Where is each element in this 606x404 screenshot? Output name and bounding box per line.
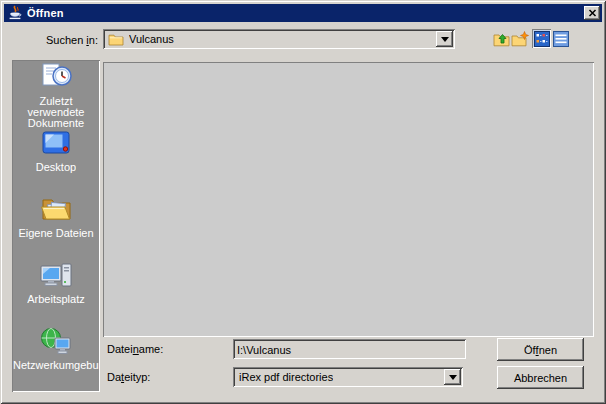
up-one-level-icon — [492, 31, 510, 47]
details-view-icon — [553, 31, 569, 47]
open-dialog-window: Öffnen Suchen in: Vulcanus — [0, 0, 606, 404]
recent-documents-icon — [39, 62, 73, 94]
file-list-area[interactable] — [103, 62, 594, 337]
place-label: Zuletzt verwendete Dokumente — [13, 96, 99, 128]
titlebar: Öffnen — [4, 4, 602, 22]
file-type-value: iRex pdf directories — [239, 371, 333, 383]
chooser-toolbar — [491, 29, 570, 48]
details-view-button[interactable] — [551, 29, 570, 48]
places-bar: Zuletzt verwendete Dokumente Desktop — [12, 60, 100, 392]
my-computer-icon — [39, 260, 73, 292]
window-title: Öffnen — [27, 7, 64, 19]
desktop-icon — [39, 128, 73, 160]
place-my-documents[interactable]: Eigene Dateien — [12, 194, 100, 260]
new-folder-button[interactable] — [510, 29, 529, 48]
file-name-input[interactable] — [233, 339, 466, 359]
place-label: Desktop — [36, 162, 76, 173]
file-type-label: Dateityp: — [107, 371, 150, 383]
list-view-button[interactable] — [532, 29, 551, 48]
place-label: Netzwerkumgebung — [13, 360, 99, 371]
place-network[interactable]: Netzwerkumgebung — [12, 326, 100, 392]
up-one-level-button[interactable] — [491, 29, 510, 48]
place-label: Eigene Dateien — [18, 228, 93, 239]
list-view-icon — [534, 31, 550, 47]
look-in-value: Vulcanus — [129, 33, 174, 45]
dropdown-arrow-icon — [441, 37, 449, 46]
look-in-label: Suchen in: — [30, 34, 98, 46]
my-documents-icon — [39, 194, 73, 226]
new-folder-icon — [511, 31, 529, 47]
place-my-computer[interactable]: Arbeitsplatz — [12, 260, 100, 326]
file-name-label: Dateiname: — [107, 343, 163, 355]
folder-closed-icon — [108, 32, 124, 46]
close-button[interactable] — [584, 6, 600, 20]
place-recent-documents[interactable]: Zuletzt verwendete Dokumente — [12, 62, 100, 128]
look-in-dropdown-button[interactable] — [436, 31, 453, 47]
look-in-combobox[interactable]: Vulcanus — [103, 29, 455, 49]
close-icon — [588, 9, 597, 17]
open-button[interactable]: Öffnen — [497, 338, 584, 361]
place-label: Arbeitsplatz — [27, 294, 84, 305]
dropdown-arrow-icon — [449, 375, 457, 384]
place-desktop[interactable]: Desktop — [12, 128, 100, 194]
file-type-combobox[interactable]: iRex pdf directories — [233, 367, 463, 387]
java-logo-icon — [7, 5, 23, 21]
cancel-button[interactable]: Abbrechen — [497, 366, 584, 389]
file-type-dropdown-button[interactable] — [444, 369, 461, 385]
network-places-icon — [39, 326, 73, 358]
